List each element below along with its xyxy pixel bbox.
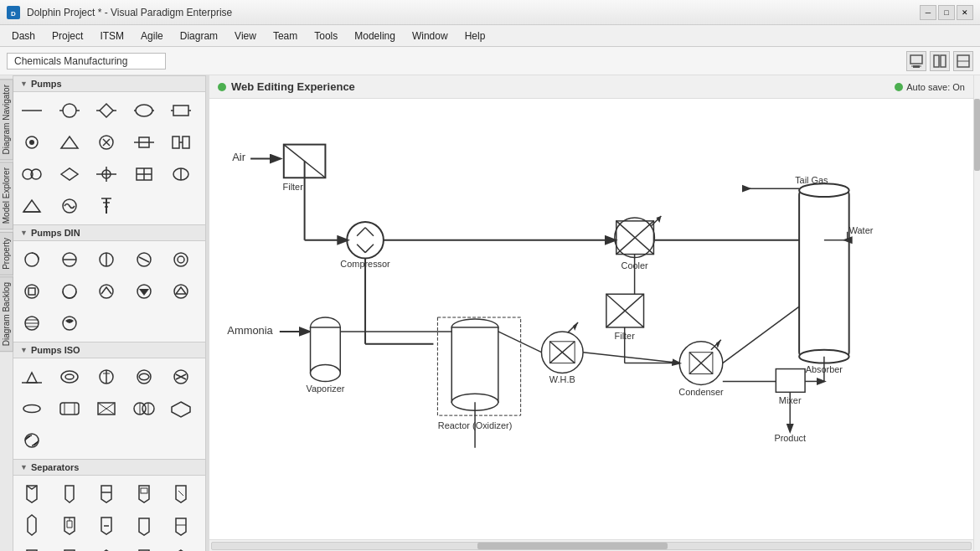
section-pumps[interactable]: Pumps (13, 75, 205, 92)
menu-item-dash[interactable]: Dash (3, 28, 44, 44)
menu-item-tools[interactable]: Tools (306, 28, 346, 44)
shape-din-5[interactable] (166, 245, 196, 275)
svg-point-66 (61, 371, 78, 383)
shape-pump-18[interactable] (91, 191, 121, 221)
shape-pump-2[interactable] (54, 95, 85, 126)
shape-pump-8[interactable] (91, 127, 121, 157)
menu-item-modeling[interactable]: Modeling (346, 28, 404, 44)
shape-din-1[interactable] (17, 245, 47, 275)
shape-pump-11[interactable] (17, 159, 47, 189)
shape-pump-10[interactable] (166, 127, 196, 157)
menu-item-team[interactable]: Team (265, 28, 306, 44)
shape-sep-1[interactable] (17, 479, 47, 509)
shape-din-10[interactable] (166, 276, 196, 306)
shape-iso-9[interactable] (129, 394, 159, 424)
svg-point-56 (174, 253, 188, 266)
close-button[interactable]: ✕ (957, 5, 973, 20)
shape-iso-7[interactable] (54, 394, 85, 424)
shape-sep-7[interactable] (54, 511, 85, 541)
shape-pump-17[interactable] (54, 191, 85, 221)
shape-din-8[interactable] (91, 276, 121, 306)
section-pumps-din[interactable]: Pumps DIN (13, 224, 205, 241)
shape-sep-15[interactable] (166, 543, 196, 551)
ammonia-label: Ammonia (227, 324, 273, 337)
right-scroll-thumb[interactable] (974, 99, 980, 170)
shape-iso-1[interactable] (17, 362, 47, 392)
pumps-grid (13, 92, 205, 224)
menu-item-agile[interactable]: Agile (132, 28, 172, 44)
shape-din-6[interactable] (17, 276, 47, 306)
title-bar: D Dolphin Project * - Visual Paradigm En… (0, 0, 980, 25)
shape-pump-14[interactable] (129, 159, 159, 189)
right-scrollbar[interactable] (973, 75, 980, 551)
shape-sep-9[interactable] (129, 511, 159, 541)
canvas-header-right: Auto save: On (895, 82, 965, 92)
shape-iso-6[interactable] (17, 394, 47, 424)
shape-sep-13[interactable] (91, 543, 121, 551)
shape-din-11[interactable] (17, 308, 47, 338)
tab-diagram-navigator[interactable]: Diagram Navigator (0, 79, 13, 160)
shape-pump-7[interactable] (54, 127, 85, 157)
shape-sep-2[interactable] (54, 479, 85, 509)
section-pumps-iso[interactable]: Pumps ISO (13, 342, 205, 358)
menu-item-diagram[interactable]: Diagram (172, 28, 226, 44)
shape-pump-12[interactable] (54, 159, 85, 189)
horizontal-scrollbar[interactable] (209, 539, 973, 551)
shape-iso-8[interactable] (91, 394, 121, 424)
shape-pump-13[interactable] (91, 159, 121, 189)
canvas-area: Web Editing Experience Auto save: On Air… (209, 75, 973, 551)
shape-sep-6[interactable] (17, 511, 47, 541)
shape-din-12[interactable] (54, 308, 85, 338)
shape-pump-4[interactable] (129, 95, 159, 126)
shape-sep-12[interactable] (54, 543, 85, 551)
shape-iso-4[interactable] (129, 362, 159, 392)
menu-bar: DashProjectITSMAgileDiagramViewTeamTools… (0, 25, 980, 47)
shape-sep-14[interactable] (129, 543, 159, 551)
shape-sep-3[interactable] (91, 479, 121, 509)
shape-pump-5[interactable] (166, 95, 196, 126)
shape-iso-10[interactable] (166, 394, 196, 424)
minimize-button[interactable]: ─ (920, 5, 936, 20)
shape-sep-10[interactable] (166, 511, 196, 541)
tab-model-explorer[interactable]: Model Explorer (0, 162, 13, 229)
menu-item-itsm[interactable]: ITSM (91, 28, 132, 44)
autosave-indicator (895, 83, 903, 91)
shape-din-3[interactable] (91, 245, 121, 275)
shape-sep-5[interactable] (166, 479, 196, 509)
shape-sep-11[interactable] (17, 543, 47, 551)
shape-din-7[interactable] (54, 276, 85, 306)
filter2-group (606, 294, 644, 327)
menu-item-window[interactable]: Window (404, 28, 456, 44)
shape-iso-11[interactable] (17, 425, 47, 456)
shape-pump-3[interactable] (91, 95, 121, 126)
shape-din-9[interactable] (129, 276, 159, 306)
maximize-button[interactable]: □ (938, 5, 955, 20)
tab-property[interactable]: Property (0, 232, 13, 276)
scroll-track[interactable] (211, 542, 972, 550)
toolbar-btn-2[interactable] (930, 51, 950, 71)
shape-iso-3[interactable] (91, 362, 121, 392)
menu-item-help[interactable]: Help (456, 28, 494, 44)
menu-item-view[interactable]: View (226, 28, 265, 44)
svg-rect-21 (173, 106, 188, 116)
shape-din-4[interactable] (129, 245, 159, 275)
shape-pump-15[interactable] (166, 159, 196, 189)
shape-sep-8[interactable] (91, 511, 121, 541)
toolbar-btn-1[interactable] (906, 51, 926, 71)
toolbar-btn-3[interactable] (953, 51, 973, 71)
absorber-shape (799, 190, 849, 356)
shape-iso-5[interactable] (166, 362, 196, 392)
shape-pump-6[interactable] (17, 127, 47, 157)
status-indicator (218, 83, 226, 91)
shape-din-2[interactable] (54, 245, 85, 275)
section-separators[interactable]: Separators (13, 459, 205, 476)
tab-diagram-backlog[interactable]: Diagram Backlog (0, 276, 13, 352)
shape-iso-2[interactable] (54, 362, 85, 392)
diagram-canvas[interactable]: Air Filter Compressor (209, 99, 973, 539)
shape-sep-4[interactable] (129, 479, 159, 509)
shape-pump-1[interactable] (17, 95, 47, 126)
menu-item-project[interactable]: Project (44, 28, 91, 44)
scroll-thumb[interactable] (477, 543, 668, 549)
shape-pump-9[interactable] (129, 127, 159, 157)
shape-pump-16[interactable] (17, 191, 47, 221)
